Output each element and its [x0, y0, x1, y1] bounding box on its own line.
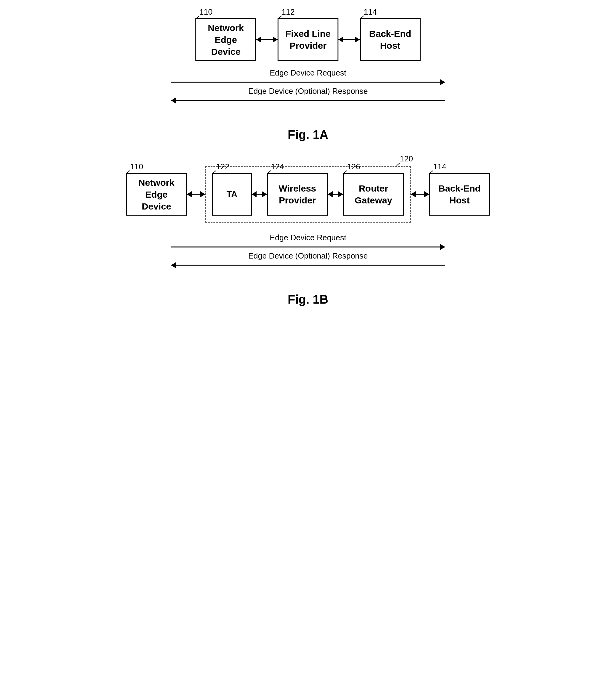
diagram-1b: 110 Network EdgeDevice 120 122 TA — [24, 166, 592, 271]
fig1a-label: Fig. 1A — [287, 128, 328, 142]
ref-110-1a: 110 — [199, 7, 212, 17]
signal-lines-1a: Edge Device Request Edge Device (Optiona… — [171, 76, 445, 107]
signal-res-1b-line — [171, 265, 445, 266]
node-ned-1a: 110 Network EdgeDevice — [195, 18, 256, 61]
box-row-1b: 110 Network EdgeDevice 120 122 TA — [126, 166, 490, 223]
signal-res-1a-line — [171, 100, 445, 101]
signal-req-1a-line — [171, 82, 445, 83]
signal-res-1b-arrow — [171, 262, 176, 268]
node-wp-1b-label: WirelessProvider — [279, 182, 316, 206]
signal-res-1b: Edge Device (Optional) Response — [171, 259, 445, 271]
signal-req-1b-arrow — [440, 244, 445, 250]
connector-ned-group — [187, 173, 205, 216]
signal-req-1a-arrow — [440, 79, 445, 85]
connector-1a-1 — [256, 18, 278, 61]
figure-1a: 110 Network EdgeDevice 112 Fixed LinePro… — [24, 18, 592, 142]
ref-126: 126 — [347, 162, 360, 172]
ref-112-1a: 112 — [281, 7, 295, 17]
node-rg-1b-label: RouterGateway — [355, 182, 392, 206]
connector-wp-rg — [328, 173, 343, 216]
ref-120: 120 — [400, 154, 413, 164]
node-ned-1b: 110 Network EdgeDevice — [126, 173, 187, 216]
node-flp-1a-label: Fixed LineProvider — [285, 28, 331, 52]
signal-req-1b-line — [171, 246, 445, 248]
signal-res-1b-label: Edge Device (Optional) Response — [246, 251, 370, 261]
node-beh-1b-label: Back-EndHost — [438, 182, 481, 206]
arrow-right-wp-rg — [338, 191, 343, 197]
arrow-right-ned-group — [200, 191, 205, 197]
node-flp-1a: 112 Fixed LineProvider — [278, 18, 338, 61]
signal-req-1a-label: Edge Device Request — [267, 68, 349, 78]
node-ta-1b: 122 TA — [212, 173, 252, 216]
signal-res-1a: Edge Device (Optional) Response — [171, 94, 445, 107]
fig1b-label: Fig. 1B — [287, 293, 328, 306]
signal-lines-1b: Edge Device Request Edge Device (Optiona… — [171, 241, 445, 271]
node-beh-1b: 114 Back-EndHost — [429, 173, 490, 216]
figure-1b: 110 Network EdgeDevice 120 122 TA — [24, 166, 592, 306]
ref-110-1b: 110 — [130, 162, 143, 172]
connector-ta-wp — [252, 173, 267, 216]
diagram-1a: 110 Network EdgeDevice 112 Fixed LinePro… — [24, 18, 592, 107]
arrow-right-group-beh — [424, 191, 429, 197]
arrow-right-1a-1 — [273, 37, 278, 43]
connector-1a-2 — [338, 18, 360, 61]
node-wp-1b: 124 WirelessProvider — [267, 173, 328, 216]
arrow-right-1a-2 — [355, 37, 360, 43]
node-ned-1a-label: Network EdgeDevice — [196, 22, 255, 58]
signal-req-1b-label: Edge Device Request — [267, 233, 349, 242]
node-beh-1a-label: Back-EndHost — [369, 28, 411, 52]
ref-122: 122 — [216, 162, 229, 172]
dashed-group-120: 120 122 TA 124 WirelessProvider — [205, 166, 411, 223]
signal-res-1a-label: Edge Device (Optional) Response — [246, 87, 370, 96]
arrow-right-ta-wp — [262, 191, 267, 197]
ref-114-1b: 114 — [433, 162, 446, 172]
node-beh-1a: 114 Back-EndHost — [360, 18, 421, 61]
ref-114-1a: 114 — [364, 7, 377, 17]
signal-res-1a-arrow — [171, 97, 176, 104]
ref-124: 124 — [271, 162, 284, 172]
connector-group-beh — [411, 173, 429, 216]
box-row-1a: 110 Network EdgeDevice 112 Fixed LinePro… — [195, 18, 421, 61]
node-ned-1b-label: Network EdgeDevice — [127, 177, 186, 212]
node-ta-1b-label: TA — [226, 189, 237, 200]
node-rg-1b: 126 RouterGateway — [343, 173, 404, 216]
